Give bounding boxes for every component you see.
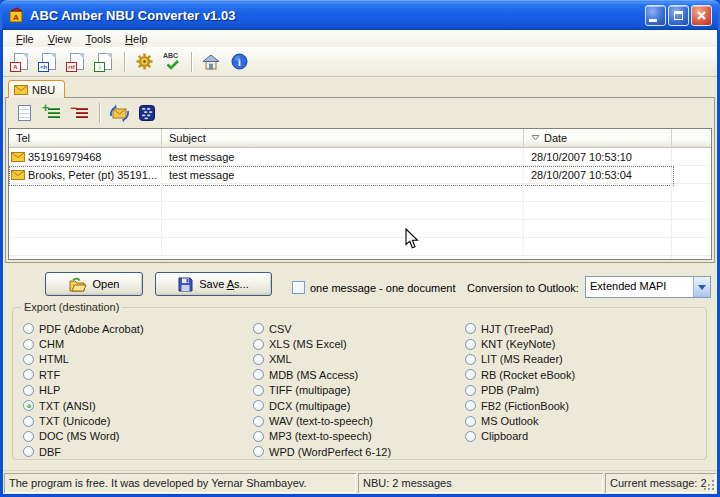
export-file-button[interactable]: ↓	[92, 50, 118, 74]
export-option[interactable]: HJT (TreePad)	[465, 321, 575, 336]
empty-row	[9, 184, 711, 202]
app-icon[interactable]: A	[8, 7, 25, 24]
radio-icon	[465, 431, 476, 442]
export-option[interactable]: FB2 (FictionBook)	[465, 398, 575, 413]
export-option[interactable]: TIFF (multipage)	[253, 383, 391, 398]
message-row[interactable]: 351916979468 test message 28/10/2007 10:…	[9, 148, 711, 166]
save-as-button[interactable]: Save As...	[155, 272, 272, 296]
export-option[interactable]: MP3 (text-to-speech)	[253, 429, 391, 444]
radio-icon	[253, 416, 264, 427]
radio-icon	[23, 446, 34, 457]
export-option[interactable]: RTF	[23, 367, 144, 382]
empty-row	[9, 238, 711, 256]
export-option[interactable]: PDF (Adobe Acrobat)	[23, 321, 144, 336]
column-header-date[interactable]: Date	[524, 129, 672, 148]
menu-tools[interactable]: Tools	[78, 32, 118, 46]
export-destination-group: Export (destination) PDF (Adobe Acrobat)…	[12, 307, 707, 460]
resize-grip[interactable]	[703, 479, 716, 492]
export-option[interactable]: XLS (MS Excel)	[253, 336, 391, 351]
export-option[interactable]: KNT (KeyNote)	[465, 336, 575, 351]
one-message-checkbox[interactable]	[292, 281, 305, 294]
radio-icon	[23, 354, 34, 365]
close-button[interactable]	[691, 5, 712, 26]
empty-row	[9, 202, 711, 220]
combo-dropdown-button[interactable]	[693, 277, 710, 297]
home-button[interactable]	[198, 50, 224, 74]
radio-icon	[23, 416, 34, 427]
export-option[interactable]: LIT (MS Reader)	[465, 352, 575, 367]
message-row-focused[interactable]: Brooks, Peter (pt) 35191... test message…	[9, 166, 711, 184]
export-option[interactable]: DCX (multipage)	[253, 398, 391, 413]
export-option[interactable]: TXT (Unicode)	[23, 413, 144, 428]
remove-message-button[interactable]: −	[67, 101, 93, 125]
tab-nbu[interactable]: NBU	[8, 80, 65, 98]
main-toolbar: A <h rtf ↓ ABC	[3, 47, 717, 77]
tab-label: NBU	[32, 84, 55, 96]
export-option[interactable]: MS Outlook	[465, 413, 575, 428]
export-option[interactable]: WPD (WordPerfect 6-12)	[253, 444, 391, 459]
add-message-icon: +	[43, 105, 61, 121]
blackberry-button[interactable]	[134, 101, 160, 125]
open-folder-icon	[69, 277, 87, 292]
options-gear-icon	[135, 52, 154, 71]
export-option[interactable]: PDB (Palm)	[465, 383, 575, 398]
svg-text:i: i	[238, 57, 241, 68]
radio-icon	[465, 339, 476, 350]
export-option[interactable]: WAV (text-to-speech)	[253, 413, 391, 428]
add-message-button[interactable]: +	[39, 101, 65, 125]
export-option[interactable]: CHM	[23, 336, 144, 351]
export-option[interactable]: HTML	[23, 352, 144, 367]
radio-icon	[465, 416, 476, 427]
about-button[interactable]: i	[226, 50, 252, 74]
export-rtf-button[interactable]: rtf	[64, 50, 90, 74]
maximize-button[interactable]	[668, 5, 689, 26]
export-option[interactable]: CSV	[253, 321, 391, 336]
radio-icon	[23, 339, 34, 350]
nbu-toolbar: + −	[7, 99, 713, 127]
empty-row	[9, 256, 711, 260]
export-option[interactable]: HLP	[23, 383, 144, 398]
export-chm-button[interactable]: <h	[36, 50, 62, 74]
export-pdf-button[interactable]: A	[8, 50, 34, 74]
radio-icon	[23, 431, 34, 442]
client-area: File View Tools Help A <h rtf ↓	[3, 30, 717, 494]
status-bar: The program is free. It was developed by…	[3, 470, 717, 494]
column-header-subject[interactable]: Subject	[162, 129, 524, 148]
new-message-button[interactable]	[11, 101, 37, 125]
column-header-tel[interactable]: Tel	[9, 129, 162, 148]
toolbar-separator	[99, 103, 100, 123]
export-option[interactable]: TXT (ANSI)	[23, 398, 144, 413]
radio-icon	[253, 385, 264, 396]
mail-envelope-icon	[14, 85, 28, 95]
radio-icon	[253, 446, 264, 457]
export-option[interactable]: XML	[253, 352, 391, 367]
radio-icon	[465, 354, 476, 365]
export-file-icon: ↓	[98, 53, 112, 70]
open-button[interactable]: Open	[45, 272, 143, 296]
radio-icon	[23, 323, 34, 334]
export-option[interactable]: MDB (MS Access)	[253, 367, 391, 382]
menu-view[interactable]: View	[41, 32, 79, 46]
radio-icon	[23, 369, 34, 380]
export-option[interactable]: DOC (MS Word)	[23, 429, 144, 444]
export-option[interactable]: DBF	[23, 444, 144, 459]
export-option[interactable]: Clipboard	[465, 429, 575, 444]
menu-file[interactable]: File	[9, 32, 41, 46]
home-icon	[202, 54, 220, 70]
column-header-filler	[672, 129, 711, 148]
chevron-down-icon	[698, 285, 706, 290]
radio-icon	[465, 385, 476, 396]
menu-help[interactable]: Help	[118, 32, 155, 46]
radio-icon	[465, 369, 476, 380]
export-options-column-1: PDF (Adobe Acrobat) CHM HTML RTF HLP TXT…	[23, 321, 144, 460]
nbu-panel: + −	[5, 97, 715, 263]
minimize-button[interactable]	[645, 5, 666, 26]
radio-icon	[23, 385, 34, 396]
convert-mail-button[interactable]	[106, 101, 132, 125]
conversion-select[interactable]: Extended MAPI	[585, 276, 711, 298]
radio-icon	[465, 400, 476, 411]
spellcheck-button[interactable]: ABC	[159, 50, 185, 74]
titlebar[interactable]: A ABC Amber NBU Converter v1.03	[0, 0, 720, 30]
export-option[interactable]: RB (Rocket eBook)	[465, 367, 575, 382]
options-button[interactable]	[131, 50, 157, 74]
